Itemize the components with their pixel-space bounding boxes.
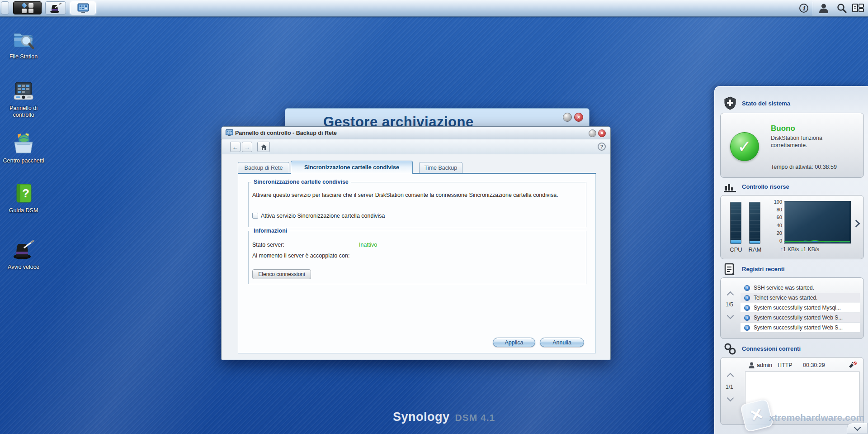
shield-icon bbox=[724, 96, 736, 110]
version-text: DSM 4.1 bbox=[455, 412, 495, 423]
dialog-content: Backup di Rete Sincronizzazione cartelle… bbox=[222, 154, 610, 359]
user-menu-icon[interactable] bbox=[817, 2, 830, 14]
search-icon[interactable] bbox=[835, 2, 848, 14]
info-icon bbox=[744, 325, 750, 331]
paired-label: Al momento il server è accoppiato con: bbox=[252, 252, 351, 259]
system-status-desc1: DiskStation funziona bbox=[771, 135, 822, 141]
quick-launch-icon bbox=[12, 239, 35, 260]
quick-launch-taskbar-button[interactable] bbox=[45, 1, 66, 14]
ram-gauge bbox=[749, 202, 760, 244]
resource-monitor-title: Controllo risorse bbox=[742, 183, 789, 190]
file-station-icon bbox=[12, 30, 35, 50]
info-icon bbox=[744, 305, 750, 311]
enable-sync-checkbox[interactable] bbox=[252, 213, 258, 219]
connection-time: 00:30:29 bbox=[803, 362, 825, 368]
close-icon[interactable] bbox=[574, 113, 583, 122]
server-status-value: Inattivo bbox=[359, 241, 377, 248]
server-status-label: Stato server: bbox=[252, 241, 284, 248]
info-icon bbox=[744, 295, 750, 301]
chevron-down-icon bbox=[854, 424, 861, 431]
user-icon bbox=[749, 362, 755, 368]
network-legend: ↑1 KB/s ↓1 KB/s bbox=[780, 246, 819, 253]
connections-page-down-icon[interactable] bbox=[727, 395, 734, 402]
connection-user: admin bbox=[757, 362, 772, 368]
tab-panel: Sincronizzazione cartelle condivise Atti… bbox=[238, 174, 596, 353]
cpu-gauge bbox=[730, 202, 741, 244]
status-ok-icon bbox=[730, 132, 759, 161]
pilot-view-icon[interactable] bbox=[852, 2, 864, 14]
system-uptime: Tempo di attività: 00:38:59 bbox=[771, 164, 837, 170]
brand-text: Synology bbox=[393, 410, 450, 424]
taskbar: i bbox=[0, 0, 868, 17]
apply-button[interactable]: Applica bbox=[493, 338, 535, 347]
back-button[interactable] bbox=[230, 142, 241, 152]
desktop-icon-file-station[interactable]: File Station bbox=[2, 30, 45, 60]
log-row[interactable]: System successfully started Web S... bbox=[741, 323, 860, 332]
log-row[interactable]: Telnet service was started. bbox=[741, 293, 860, 302]
system-status-box: Buono DiskStation funziona correttamente… bbox=[720, 113, 864, 178]
main-menu-button[interactable] bbox=[13, 1, 42, 14]
connection-list-button[interactable]: Elenco connessioni bbox=[252, 269, 311, 279]
log-row[interactable]: System successfully started Web S... bbox=[741, 313, 860, 322]
log-row[interactable]: SSH service was started. bbox=[741, 283, 860, 292]
desktop-icon-label: Centro pacchetti bbox=[2, 157, 45, 164]
cpu-gauge-fill bbox=[731, 240, 741, 243]
svg-text:i: i bbox=[803, 5, 806, 12]
info-icon bbox=[744, 285, 750, 291]
magic-hat-icon bbox=[50, 3, 61, 14]
sync-section-description: Attivare questo servizio per lasciare ch… bbox=[252, 191, 585, 199]
dialog-toolbar bbox=[222, 139, 610, 155]
desktop-icon-package-center[interactable]: Centro pacchetti bbox=[2, 133, 45, 164]
connections-page-up-icon[interactable] bbox=[727, 373, 734, 380]
dialog-close-icon[interactable] bbox=[598, 129, 606, 137]
forward-button[interactable] bbox=[242, 142, 252, 152]
disconnect-icon[interactable] bbox=[848, 361, 857, 368]
show-desktop-button[interactable] bbox=[1, 1, 9, 14]
tab-time-backup[interactable]: Time Backup bbox=[419, 162, 462, 173]
desktop-icon-control-panel[interactable]: Pannello di controllo bbox=[2, 81, 45, 119]
cancel-button[interactable]: Annulla bbox=[540, 338, 584, 347]
taskbar-separator bbox=[813, 2, 813, 14]
info-section: Informazioni Stato server: Inattivo Al m… bbox=[248, 231, 586, 284]
dsm-logo: Synology DSM 4.1 bbox=[393, 410, 495, 424]
tab-backup-di-rete[interactable]: Backup di Rete bbox=[238, 162, 289, 173]
enable-sync-checkbox-label[interactable]: Attiva servizio Sincronizzazione cartell… bbox=[261, 212, 385, 219]
help-button[interactable] bbox=[598, 143, 606, 151]
recent-logs-title: Registri recenti bbox=[742, 266, 785, 272]
logs-page-up-icon[interactable] bbox=[727, 291, 734, 299]
upload-rate: 1 KB/s bbox=[783, 246, 799, 253]
network-chart-yaxis: 100 80 60 40 20 0 bbox=[769, 199, 782, 243]
minimize-button[interactable] bbox=[563, 113, 572, 122]
desktop-icon-dsm-help[interactable]: ? Guida DSM bbox=[2, 183, 45, 214]
dialog-title: Pannello di controllo - Backup di Rete bbox=[235, 130, 337, 136]
ram-label: RAM bbox=[746, 246, 764, 253]
system-info-icon[interactable]: i bbox=[797, 2, 810, 14]
pane-collapse-tab[interactable] bbox=[847, 423, 868, 434]
link-icon bbox=[724, 343, 736, 355]
desktop: i File Station bbox=[0, 0, 868, 434]
dsm-help-icon: ? bbox=[13, 183, 34, 204]
dialog-minimize-button[interactable] bbox=[589, 129, 596, 137]
network-chart-svg bbox=[784, 201, 851, 243]
tab-sincronizzazione-cartelle-condivise[interactable]: Sincronizzazione cartelle condivise bbox=[291, 161, 413, 174]
home-button[interactable] bbox=[257, 142, 270, 152]
connections-pager: 1/1 bbox=[726, 384, 733, 390]
logs-page-down-icon[interactable] bbox=[727, 312, 734, 320]
desktop-icon-quick-launch[interactable]: Avvio veloce bbox=[2, 239, 45, 271]
system-status-value: Buono bbox=[771, 124, 795, 133]
dialog-titlebar[interactable]: Pannello di controllo - Backup di Rete bbox=[222, 127, 610, 140]
info-icon bbox=[744, 315, 750, 321]
sync-section-legend: Sincronizzazione cartelle condivise bbox=[251, 179, 351, 185]
desktop-icon-label: Avvio veloce bbox=[2, 264, 45, 271]
log-row[interactable]: System successfully started Mysql... bbox=[741, 303, 860, 312]
control-panel-taskbar-button[interactable] bbox=[70, 1, 96, 14]
system-status-desc2: correttamente. bbox=[771, 142, 807, 148]
main-menu-icon bbox=[21, 3, 34, 14]
home-icon bbox=[260, 144, 267, 150]
current-connections-title: Connessioni correnti bbox=[742, 345, 801, 352]
expand-resource-chevron-icon[interactable] bbox=[853, 220, 860, 228]
widget-pane: Stato del sistema Buono DiskStation funz… bbox=[714, 86, 868, 434]
ram-gauge-fill bbox=[750, 241, 760, 243]
desktop-icon-label: Pannello di controllo bbox=[2, 105, 45, 119]
window-monitor-icon bbox=[77, 3, 89, 13]
